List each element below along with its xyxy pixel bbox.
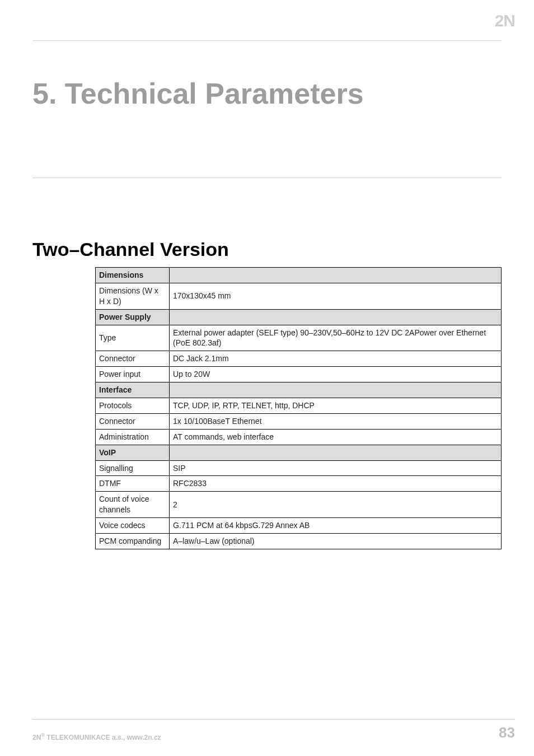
row-key: Connector — [96, 413, 170, 429]
row-value: SIP — [170, 460, 502, 476]
chapter-title: 5. Technical Parameters — [32, 77, 502, 110]
footer-reg: ® — [41, 732, 45, 738]
specs-table-body: DimensionsDimensions (W x H x D)170x130x… — [96, 268, 502, 549]
table-row: AdministrationAT commands, web interface — [96, 429, 502, 445]
footer-brand: 2N — [32, 734, 41, 741]
row-value: 2 — [170, 492, 502, 518]
row-key: Type — [96, 325, 170, 351]
table-row: Voice codecsG.711 PCM at 64 kbpsG.729 An… — [96, 518, 502, 534]
row-value: RFC2833 — [170, 476, 502, 492]
section-title: Two–Channel Version — [32, 239, 502, 260]
brand-logo-text: 2N — [495, 11, 515, 30]
table-row: DTMFRFC2833 — [96, 476, 502, 492]
page-footer: 2N® TELEKOMUNIKACE a.s., www.2n.cz 83 — [32, 719, 515, 741]
row-key: Signalling — [96, 460, 170, 476]
row-value: 1x 10/100BaseT Ethernet — [170, 413, 502, 429]
row-key: Protocols — [96, 398, 170, 414]
row-key: Power input — [96, 367, 170, 382]
group-header-label: Power Supply — [96, 309, 170, 325]
row-value: AT commands, web interface — [170, 429, 502, 445]
table-row: ProtocolsTCP, UDP, IP, RTP, TELNET, http… — [96, 398, 502, 414]
table-group-header: VoIP — [96, 445, 502, 460]
group-header-spacer — [170, 268, 502, 283]
row-value: DC Jack 2.1mm — [170, 351, 502, 367]
page-number: 83 — [499, 724, 515, 741]
specs-table-wrap: DimensionsDimensions (W x H x D)170x130x… — [95, 267, 502, 549]
row-value: 170x130x45 mm — [170, 283, 502, 309]
header-rule — [32, 40, 502, 41]
group-header-spacer — [170, 309, 502, 325]
group-header-spacer — [170, 445, 502, 460]
row-value: G.711 PCM at 64 kbpsG.729 Annex AB — [170, 518, 502, 534]
table-row: Power inputUp to 20W — [96, 367, 502, 382]
row-value: Up to 20W — [170, 367, 502, 382]
brand-logo: 2N — [495, 11, 515, 30]
table-row: PCM compandingA–law/u–Law (optional) — [96, 534, 502, 549]
row-key: PCM companding — [96, 534, 170, 549]
row-key: DTMF — [96, 476, 170, 492]
footer-company: TELEKOMUNIKACE a.s., www.2n.cz — [45, 734, 161, 741]
row-value: A–law/u–Law (optional) — [170, 534, 502, 549]
table-row: Count of voice channels2 — [96, 492, 502, 518]
table-group-header: Dimensions — [96, 268, 502, 283]
specs-table: DimensionsDimensions (W x H x D)170x130x… — [95, 267, 502, 549]
group-header-label: Interface — [96, 382, 170, 398]
row-value: TCP, UDP, IP, RTP, TELNET, http, DHCP — [170, 398, 502, 414]
footer-left: 2N® TELEKOMUNIKACE a.s., www.2n.cz — [32, 732, 161, 741]
table-row: SignallingSIP — [96, 460, 502, 476]
group-header-label: Dimensions — [96, 268, 170, 283]
table-group-header: Power Supply — [96, 309, 502, 325]
table-row: TypeExternal power adapter (SELF type) 9… — [96, 325, 502, 351]
page: 2N 5. Technical Parameters Two–Channel V… — [0, 0, 534, 756]
table-group-header: Interface — [96, 382, 502, 398]
row-key: Connector — [96, 351, 170, 367]
row-key: Administration — [96, 429, 170, 445]
row-value: External power adapter (SELF type) 90–23… — [170, 325, 502, 351]
table-row: Connector1x 10/100BaseT Ethernet — [96, 413, 502, 429]
group-header-label: VoIP — [96, 445, 170, 460]
chapter-rule — [32, 178, 502, 178]
row-key: Count of voice channels — [96, 492, 170, 518]
group-header-spacer — [170, 382, 502, 398]
table-row: ConnectorDC Jack 2.1mm — [96, 351, 502, 367]
row-key: Dimensions (W x H x D) — [96, 283, 170, 309]
table-row: Dimensions (W x H x D)170x130x45 mm — [96, 283, 502, 309]
row-key: Voice codecs — [96, 518, 170, 534]
